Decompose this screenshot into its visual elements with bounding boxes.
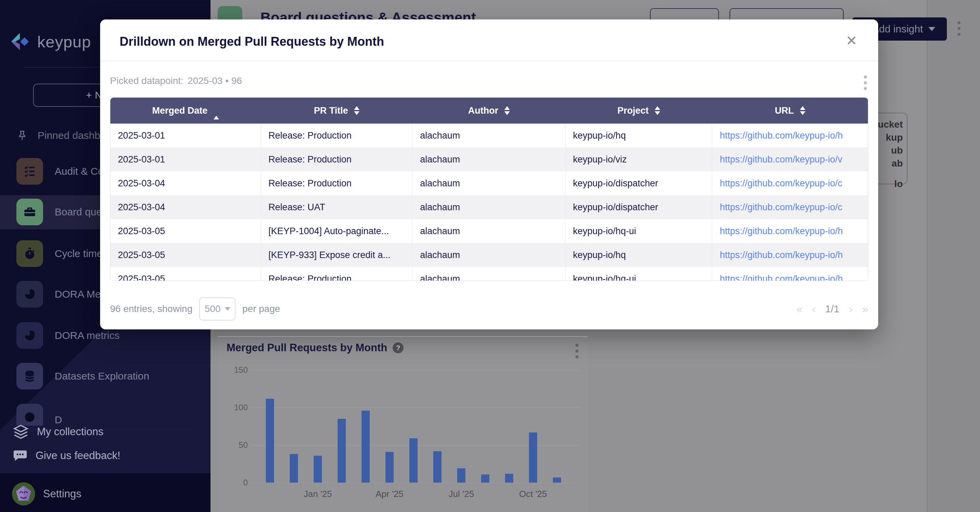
sidebar-item-datasets-exploration[interactable]: Datasets Exploration xyxy=(16,363,150,390)
chart-icon xyxy=(16,404,43,426)
table-cell-url: https://github.com/keypup-io/c xyxy=(712,195,868,219)
picked-datapoint-row: Picked datapoint: 2025-03 • 96 xyxy=(110,71,868,91)
help-icon[interactable]: ? xyxy=(393,342,404,353)
page-size-value: 500 xyxy=(205,303,221,314)
bar-may-25[interactable] xyxy=(409,438,418,483)
bar-jan-25[interactable] xyxy=(314,456,322,483)
sidebar-item-board-quest[interactable]: Board quest xyxy=(16,199,110,225)
gridline xyxy=(252,483,580,483)
x-axis-tick-label: Jul '25 xyxy=(449,489,474,499)
gridline xyxy=(252,407,580,408)
pinned-label: Pinned dashbo xyxy=(38,130,106,141)
table-cell: keypup-io/hq xyxy=(565,243,713,267)
drilldown-table: Merged DatePR TitleAuthorProjectURL 2025… xyxy=(110,97,868,281)
table-row: 2025-03-04Release: Productionalachaumkey… xyxy=(110,171,868,195)
column-header-project[interactable]: Project xyxy=(565,98,713,124)
first-page-button[interactable]: « xyxy=(796,303,802,315)
table-cell-url: https://github.com/keypup-io/h xyxy=(712,219,868,243)
settings-label: Settings xyxy=(43,488,81,500)
close-icon[interactable]: ✕ xyxy=(844,33,859,48)
sidebar-item-dora-metri[interactable]: DORA Metri xyxy=(16,281,109,308)
bar-nov-25[interactable] xyxy=(553,477,561,483)
bar-nov-24[interactable] xyxy=(266,399,274,483)
pinned-dashboards-header[interactable]: Pinned dashbo xyxy=(16,129,106,142)
table-cell-url: https://github.com/keypup-io/v xyxy=(712,147,868,171)
sidebar-item-cycle-time-d[interactable]: Cycle time d xyxy=(16,240,111,267)
briefcase-icon xyxy=(16,199,43,225)
bar-feb-25[interactable] xyxy=(337,419,346,483)
sidebar-item-d[interactable]: D xyxy=(16,404,62,426)
keypup-logo: keypup xyxy=(10,31,91,52)
sidebar-item-audit-com[interactable]: Audit & Com xyxy=(16,158,112,185)
chevron-down-icon xyxy=(928,27,935,31)
table-cell: alachaum xyxy=(412,147,565,171)
table-header: Merged DatePR TitleAuthorProjectURL xyxy=(110,98,868,124)
layers-icon xyxy=(12,423,29,440)
modal-title: Drilldown on Merged Pull Requests by Mon… xyxy=(119,35,384,49)
y-axis-tick-label: 150 xyxy=(227,365,248,375)
pr-url-link[interactable]: https://github.com/keypup-io/c xyxy=(720,202,842,212)
sort-icon xyxy=(354,106,360,115)
column-header-label: URL xyxy=(775,105,794,116)
chart-card: Merged Pull Requests by Month ? 15010050… xyxy=(218,336,587,512)
bar-sep-25[interactable] xyxy=(505,474,513,483)
column-header-merged-date[interactable]: Merged Date xyxy=(110,98,261,124)
table-kebab-menu-icon[interactable] xyxy=(864,75,867,90)
pr-url-link[interactable]: https://github.com/keypup-io/v xyxy=(720,154,842,165)
table-cell: keypup-io/hq-ui xyxy=(565,219,713,243)
column-header-label: Project xyxy=(617,105,649,116)
pin-icon xyxy=(16,129,29,142)
table-cell: 2025-03-05 xyxy=(110,219,261,243)
pr-url-link[interactable]: https://github.com/keypup-io/h xyxy=(720,250,843,260)
table-cell: alachaum xyxy=(412,124,565,147)
bar-jun-25[interactable] xyxy=(433,451,441,483)
pagination: « ‹ 1/1 › » xyxy=(796,303,868,315)
page-indicator: 1/1 xyxy=(825,303,840,315)
sort-icon xyxy=(800,106,805,115)
pr-url-link[interactable]: https://github.com/keypup-io/h xyxy=(720,130,843,141)
pr-url-link[interactable]: https://github.com/keypup-io/h xyxy=(720,274,843,281)
my-collections-label: My collections xyxy=(37,426,103,438)
sidebar-item-settings[interactable]: Settings xyxy=(12,482,81,506)
sort-ascending-icon xyxy=(213,105,219,116)
add-insight-label: Add insight xyxy=(872,23,923,35)
table-cell: keypup-io/viz xyxy=(565,147,713,171)
column-header-author[interactable]: Author xyxy=(412,98,565,124)
y-axis-tick-label: 100 xyxy=(227,403,248,412)
chart-kebab-menu-icon[interactable] xyxy=(576,344,579,358)
entries-count-text: 96 entries, showing xyxy=(110,303,192,314)
table-row: 2025-03-05[KEYP-1004] Auto-paginate...al… xyxy=(110,219,868,243)
sidebar-item-my-collections[interactable]: My collections xyxy=(12,423,103,440)
page-kebab-menu-icon[interactable] xyxy=(958,21,961,36)
bar-apr-25[interactable] xyxy=(385,452,394,483)
bar-jul-25[interactable] xyxy=(457,468,465,483)
bar-oct-25[interactable] xyxy=(529,433,537,483)
pr-url-link[interactable]: https://github.com/keypup-io/h xyxy=(720,226,843,236)
stopwatch-icon xyxy=(16,240,43,267)
table-cell: keypup-io/hq-ui xyxy=(565,267,713,281)
bar-mar-25[interactable] xyxy=(361,411,370,483)
x-axis-tick-label: Apr '25 xyxy=(375,489,404,499)
column-header-pr-title[interactable]: PR Title xyxy=(261,98,413,124)
column-header-url[interactable]: URL xyxy=(712,98,868,124)
column-header-label: Author xyxy=(468,105,498,116)
table-cell: Release: Production xyxy=(261,147,413,171)
table-cell: 2025-03-04 xyxy=(110,195,261,219)
x-axis-tick-label: Oct '25 xyxy=(519,489,547,499)
table-cell-url: https://github.com/keypup-io/h xyxy=(712,267,868,281)
bar-aug-25[interactable] xyxy=(481,474,489,483)
bar-dec-24[interactable] xyxy=(290,454,298,483)
pr-url-link[interactable]: https://github.com/keypup-io/c xyxy=(720,178,842,189)
sort-icon xyxy=(504,106,510,115)
next-page-button[interactable]: › xyxy=(849,303,853,315)
table-cell: keypup-io/hq xyxy=(565,124,713,147)
prev-page-button[interactable]: ‹ xyxy=(812,303,816,315)
last-page-button[interactable]: » xyxy=(862,303,868,315)
feedback-label: Give us feedback! xyxy=(35,450,120,462)
sidebar-item-feedback[interactable]: Give us feedback! xyxy=(12,448,120,463)
table-cell: [KEYP-933] Expose credit a... xyxy=(261,243,413,267)
table-cell: Release: Production xyxy=(261,124,413,147)
chart-title: Merged Pull Requests by Month xyxy=(226,342,387,354)
page-size-select[interactable]: 500 xyxy=(199,297,235,320)
x-axis-tick xyxy=(390,483,390,487)
